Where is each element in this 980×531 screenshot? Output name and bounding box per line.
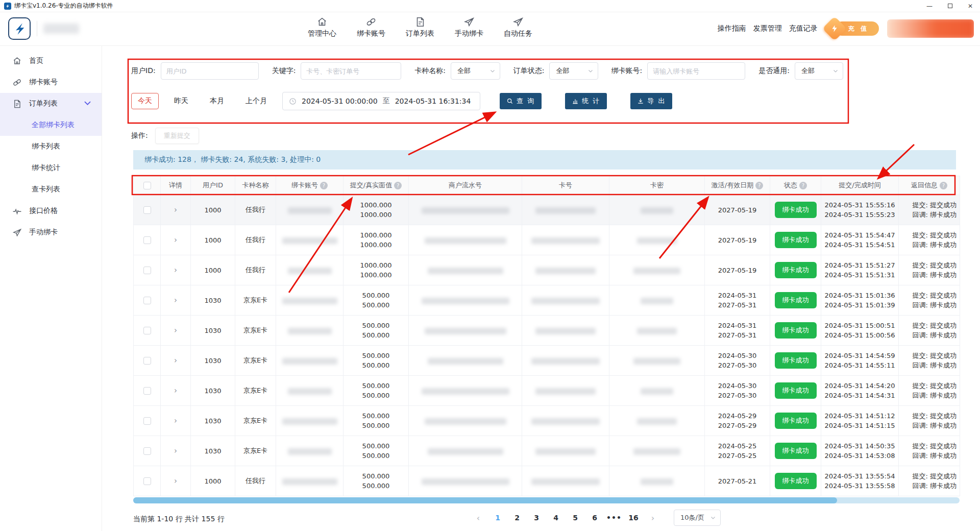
prev-page-button[interactable]: ‹	[471, 510, 486, 525]
expand-row-icon[interactable]: ›	[174, 386, 177, 395]
page-number-button[interactable]: 6	[587, 510, 602, 525]
expand-row-icon[interactable]: ›	[174, 326, 177, 335]
cell-status: 绑卡成功	[770, 436, 821, 466]
sidebar-item-home[interactable]: 首页	[0, 50, 102, 71]
column-header	[134, 176, 161, 195]
sidebar-item-bind-accounts[interactable]: 绑卡账号	[0, 71, 102, 93]
cell-card-number-masked	[522, 225, 609, 255]
bind-account-input[interactable]	[647, 62, 745, 80]
page-number-button[interactable]: 2	[509, 510, 525, 525]
row-checkbox[interactable]	[143, 327, 151, 334]
expand-row-icon[interactable]: ›	[174, 205, 177, 214]
column-header: 返回信息?	[899, 176, 960, 195]
keyword-input[interactable]	[301, 62, 401, 80]
row-checkbox[interactable]	[143, 297, 151, 304]
cell-card-type: 京东E卡	[235, 436, 276, 466]
nav-item-bind-accounts[interactable]: 绑卡账号	[354, 16, 388, 38]
quick-date-yesterday[interactable]: 昨天	[168, 93, 194, 109]
row-checkbox[interactable]	[143, 447, 151, 455]
page-number-button[interactable]: 5	[568, 510, 583, 525]
quick-date-this-month[interactable]: 本月	[204, 93, 230, 109]
row-checkbox[interactable]	[143, 387, 151, 395]
order-status-select[interactable]: 全部	[549, 62, 598, 80]
export-button[interactable]: 导 出	[630, 93, 672, 109]
cell-card-type: 京东E卡	[235, 376, 276, 406]
cell-card-secret-masked	[609, 466, 705, 496]
universal-select[interactable]: 全部	[795, 62, 843, 80]
action-label: 操作:	[131, 131, 148, 140]
cell-merchant-flow-masked	[409, 225, 522, 255]
quick-date-today[interactable]: 今天	[131, 93, 159, 109]
link-recharge-records[interactable]: 充值记录	[789, 24, 818, 33]
sidebar-item-manual-bind[interactable]: 手动绑卡	[0, 222, 102, 243]
cell-card-type: 任我行	[235, 255, 276, 285]
select-all-checkbox[interactable]	[143, 182, 151, 189]
column-header: 商户流水号	[409, 176, 522, 195]
sidebar-item-api-prices[interactable]: 接口价格	[0, 200, 102, 222]
cell-card-type: 京东E卡	[235, 346, 276, 376]
card-type-select[interactable]: 全部	[451, 62, 500, 80]
next-page-button[interactable]: ›	[645, 510, 660, 525]
recharge-button[interactable]: 充 值	[826, 20, 879, 37]
expand-row-icon[interactable]: ›	[174, 235, 177, 245]
row-checkbox[interactable]	[143, 477, 151, 485]
expand-row-icon[interactable]: ›	[174, 446, 177, 455]
close-button[interactable]: ✕	[968, 3, 973, 9]
nav-item-manage-center[interactable]: 管理中心	[305, 16, 339, 38]
sidebar-group-order-list[interactable]: 订单列表	[0, 93, 102, 114]
cell-bind-account-masked	[276, 406, 344, 436]
user-id-input[interactable]	[161, 62, 259, 80]
help-icon[interactable]: ?	[940, 182, 947, 189]
row-checkbox[interactable]	[143, 357, 151, 365]
help-icon[interactable]: ?	[755, 182, 763, 189]
quick-date-last-month[interactable]: 上个月	[239, 93, 273, 109]
cell-status: 绑卡成功	[770, 376, 821, 406]
minimize-button[interactable]: —	[926, 3, 933, 9]
help-icon[interactable]: ?	[320, 182, 328, 189]
stats-button[interactable]: 统 计	[565, 93, 607, 109]
page-number-button[interactable]: 1	[490, 510, 505, 525]
row-checkbox[interactable]	[143, 417, 151, 425]
table-row: ›1000任我行1000.0001000.0002027-05-19绑卡成功20…	[134, 195, 960, 225]
nav-item-order-list[interactable]: 订单列表	[403, 16, 437, 38]
page-number-button[interactable]: 3	[529, 510, 544, 525]
cell-card-secret-masked	[609, 255, 705, 285]
expand-row-icon[interactable]: ›	[174, 296, 177, 305]
sidebar-item-bind-stats[interactable]: 绑卡统计	[0, 157, 102, 179]
horizontal-scrollbar-thumb[interactable]	[133, 497, 837, 503]
expand-row-icon[interactable]: ›	[174, 356, 177, 365]
nav-item-manual-bind[interactable]: 手动绑卡	[452, 16, 486, 38]
expand-row-icon[interactable]: ›	[174, 416, 177, 425]
status-badge: 绑卡成功	[775, 322, 817, 339]
cell-card-type: 任我行	[235, 195, 276, 225]
sidebar-item-all-bind-list[interactable]: 全部绑卡列表	[0, 114, 102, 136]
cell-user-id: 1030	[191, 436, 235, 466]
maximize-button[interactable]	[948, 3, 952, 9]
page-size-select[interactable]: 10条/页	[674, 510, 721, 526]
link-operation-guide[interactable]: 操作指南	[718, 24, 746, 33]
row-checkbox[interactable]	[143, 267, 151, 274]
link-invoice-management[interactable]: 发票管理	[753, 24, 782, 33]
sidebar-item-check-card-list[interactable]: 查卡列表	[0, 179, 102, 200]
resubmit-button[interactable]: 重新提交	[155, 128, 199, 144]
masked-action-button[interactable]	[887, 19, 974, 38]
row-checkbox[interactable]	[143, 206, 151, 214]
page-number-button[interactable]: 4	[548, 510, 564, 525]
document-icon	[414, 16, 426, 28]
query-button[interactable]: 查 询	[500, 93, 542, 109]
app-logo-icon	[4, 3, 11, 10]
nav-item-auto-tasks[interactable]: 自动任务	[501, 16, 535, 38]
row-checkbox[interactable]	[143, 236, 151, 244]
sidebar-item-bind-list[interactable]: 绑卡列表	[0, 136, 102, 157]
help-icon[interactable]: ?	[394, 182, 402, 189]
page-ellipsis[interactable]: •••	[606, 510, 622, 525]
top-navigation: 管理中心 绑卡账号 订单列表 手动绑卡 自动任务	[305, 16, 535, 38]
expand-row-icon[interactable]: ›	[174, 476, 177, 486]
page-number-button[interactable]: 16	[626, 510, 641, 525]
date-range-input[interactable]: 2024-05-31 00:00:00 至 2024-05-31 16:31:3…	[282, 92, 480, 110]
expand-row-icon[interactable]: ›	[174, 266, 177, 275]
help-icon[interactable]: ?	[799, 182, 807, 189]
cell-card-secret-masked	[609, 285, 705, 316]
cell-merchant-flow-masked	[409, 316, 522, 346]
cell-status: 绑卡成功	[770, 316, 821, 346]
